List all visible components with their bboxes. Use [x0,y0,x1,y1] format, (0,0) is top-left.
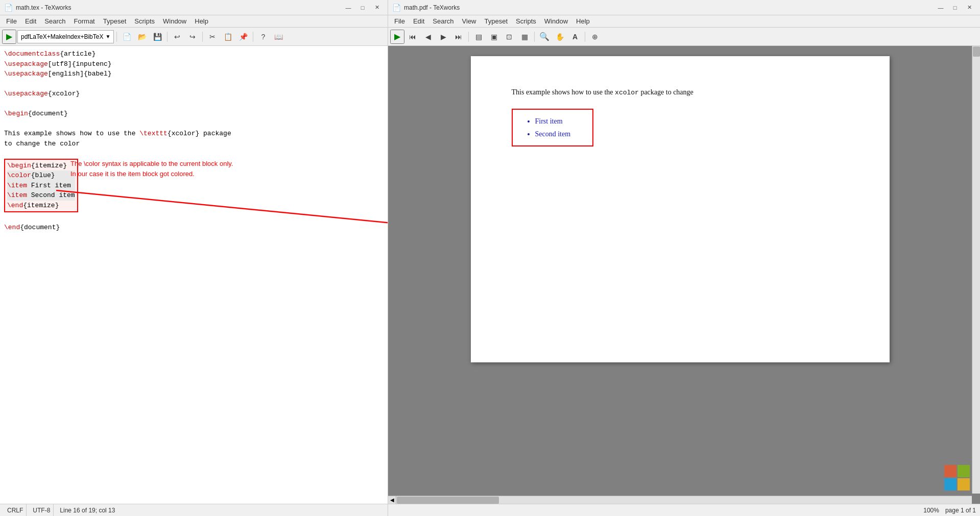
pdf-toolbar-sep-1 [468,32,469,42]
help-btn-2[interactable]: 📖 [271,30,285,44]
code-line-10: to change the color [4,139,384,149]
pdf-list-item-1: First item [535,115,582,128]
pdf-panel: ◀ ▶ This example shows how to use the xc… [388,46,980,504]
right-minimize-button[interactable]: — [934,3,947,13]
code-line-5: \usepackage{xcolor} [4,89,384,99]
code-line-17 [4,212,384,223]
pdf-itemize-list: First item Second item [523,115,582,140]
pdf-horizontal-scrollbar[interactable] [396,496,972,504]
left-menu-window[interactable]: Window [159,16,190,26]
pdf-zoom-button[interactable]: 🔍 [537,30,552,44]
pdf-content-area[interactable]: This example shows how to use the xcolor… [388,46,972,496]
right-menu-edit[interactable]: Edit [409,16,428,26]
pdf-page: This example shows how to use the xcolor… [471,56,890,362]
typeset-play-button[interactable]: ▶ [2,30,16,44]
pdf-view-btn-3[interactable]: ⊡ [502,30,516,44]
right-menu-view[interactable]: View [458,16,481,26]
left-menu-typeset[interactable]: Typeset [99,16,131,26]
code-line-4 [4,79,384,89]
save-file-button[interactable]: 💾 [150,30,164,44]
new-file-button[interactable]: 📄 [119,30,134,44]
right-menu-help[interactable]: Help [572,16,594,26]
right-menu-typeset[interactable]: Typeset [481,16,512,26]
right-statusbar: 100% page 1 of 1 [388,504,980,516]
left-title-controls: — □ ✕ [342,3,384,13]
right-menu-window[interactable]: Window [540,16,572,26]
right-window-title: math.pdf - TeXworks [404,4,934,11]
prev-page-button[interactable]: ◀ [421,30,435,44]
right-title-bar: 📄 math.pdf - TeXworks — □ ✕ [388,0,980,15]
windows-logo-red [944,465,957,477]
first-page-button[interactable]: ⏮ [405,30,420,44]
left-menu-edit[interactable]: Edit [21,16,40,26]
left-minimize-button[interactable]: — [342,3,355,13]
pdf-hscroll-thumb[interactable] [397,497,499,504]
main-area: \documentclass{article} \usepackage[utf8… [0,46,980,504]
cut-button[interactable]: ✂ [205,30,220,44]
left-menu-help[interactable]: Help [190,16,212,26]
typeset-engine-dropdown[interactable]: pdfLaTeX+MakeIndex+BibTeX ▼ [17,30,114,43]
pdf-hand-button[interactable]: ✋ [553,30,567,44]
encoding-value: UTF-8 [33,507,50,514]
code-line-9: This example shows how to use the \textt… [4,129,384,139]
code-line-12: \begin{itemize} [7,161,75,171]
next-page-button[interactable]: ▶ [436,30,450,44]
pdf-toolbar-sep-2 [534,32,535,42]
left-toolbar: ▶ pdfLaTeX+MakeIndex+BibTeX ▼ 📄 📂 💾 ↩ ↪ … [0,28,388,46]
toolbar-separator-2 [167,32,168,42]
left-window-title: math.tex - TeXworks [16,4,342,11]
left-menu-file[interactable]: File [2,16,21,26]
redo-button[interactable]: ↪ [185,30,200,44]
code-line-14: \item First item [7,181,75,191]
pdf-vertical-scrollbar[interactable] [972,46,980,494]
right-close-button[interactable]: ✕ [963,3,976,13]
pdf-intro-paragraph: This example shows how to use the xcolor… [512,87,849,99]
open-file-button[interactable]: 📂 [135,30,149,44]
left-menubar: File Edit Search Format Typeset Scripts … [0,15,388,28]
annotation-text-block: The \color syntax is applicable to the c… [70,159,285,180]
last-page-button[interactable]: ⏭ [451,30,466,44]
toolbar-container: ▶ pdfLaTeX+MakeIndex+BibTeX ▼ 📄 📂 💾 ↩ ↪ … [0,28,980,46]
right-menu-search[interactable]: Search [428,16,458,26]
code-line-1: \documentclass{article} [4,49,384,59]
left-menu-format[interactable]: Format [70,16,99,26]
windows-logo-green [958,465,970,477]
pdf-item-1-text: First item [535,117,563,125]
left-menu-scripts[interactable]: Scripts [130,16,159,26]
pdf-list-box: First item Second item [512,109,593,146]
code-line-18: \end{document} [4,223,384,233]
windows-logo-icon [944,465,970,490]
paste-button[interactable]: 📌 [236,30,250,44]
pdf-view-btn-2[interactable]: ▣ [487,30,501,44]
copy-button[interactable]: 📋 [221,30,235,44]
annotation-line-1: The \color syntax is applicable to the c… [70,159,285,169]
right-menu-file[interactable]: File [390,16,409,26]
pdf-view-btn-1[interactable]: ▤ [471,30,486,44]
code-editor-content: \documentclass{article} \usepackage[utf8… [4,49,384,232]
pdf-page-status: page 1 of 1 [945,507,976,514]
right-maximize-button[interactable]: □ [948,3,962,13]
undo-button[interactable]: ↩ [170,30,184,44]
left-maximize-button[interactable]: □ [356,3,369,13]
pdf-scroll-thumb[interactable] [973,46,980,57]
code-line-7: \begin{document} [4,109,384,119]
left-close-button[interactable]: ✕ [370,3,384,13]
right-menu-scripts[interactable]: Scripts [512,16,540,26]
dropdown-arrow-icon: ▼ [105,34,110,39]
pdf-view-btn-4[interactable]: ▦ [517,30,532,44]
pdf-list-item-2: Second item [535,128,582,140]
editor-panel[interactable]: \documentclass{article} \usepackage[utf8… [0,46,388,504]
right-menubar: File Edit Search View Typeset Scripts Wi… [388,15,980,28]
highlighted-block: \begin{itemize} \color{blue} \item First… [4,159,384,213]
windows-logo-blue [944,478,957,490]
right-toolbar: ▶ ⏮ ◀ ▶ ⏭ ▤ ▣ ⊡ ▦ 🔍 ✋ A ⊕ [388,28,980,46]
pdf-extra-button[interactable]: ⊕ [588,30,602,44]
pdf-play-button[interactable]: ▶ [390,30,404,44]
left-menu-search[interactable]: Search [40,16,69,26]
pdf-text-button[interactable]: A [568,30,582,44]
pdf-list-section: First item Second item [512,109,849,146]
toolbar-separator-1 [116,32,117,42]
code-line-2: \usepackage[utf8]{inputenc} [4,59,384,69]
help-btn-1[interactable]: ? [256,30,270,44]
pdf-scroll-left-arrow[interactable]: ◀ [388,496,396,504]
